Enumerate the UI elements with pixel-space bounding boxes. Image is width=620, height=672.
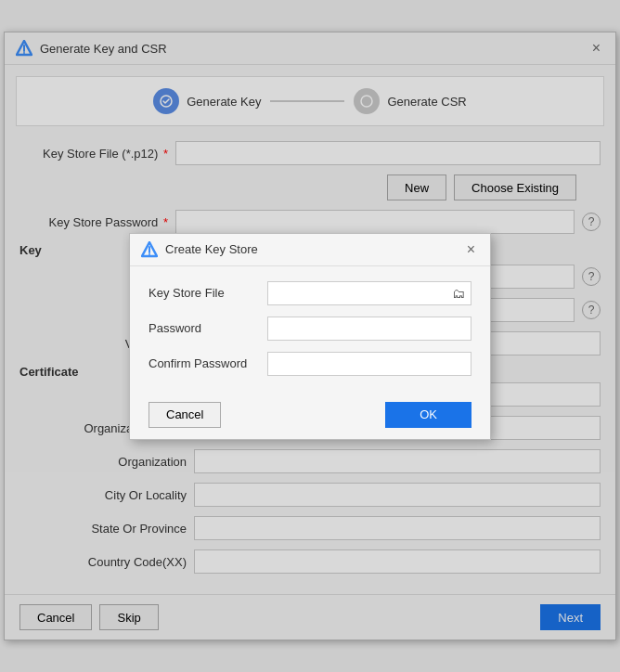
svg-point-7 [149, 253, 150, 255]
dialog-overlay: Create Key Store × Key Store File 🗂 Pass… [0, 0, 620, 672]
dialog-password-input[interactable] [268, 317, 471, 340]
dialog-form: Key Store File 🗂 Password Confirm Passwo… [130, 266, 490, 396]
dialog-title-text: Create Key Store [165, 242, 258, 256]
dialog-confirm-password-wrap [267, 352, 471, 376]
dialog-password-wrap [267, 317, 471, 341]
dialog-confirm-password-row: Confirm Password [149, 352, 471, 376]
dialog-key-store-file-wrap: 🗂 [267, 281, 471, 305]
dialog-title-bar: Create Key Store × [130, 234, 490, 266]
create-key-store-dialog: Create Key Store × Key Store File 🗂 Pass… [129, 233, 491, 440]
dialog-ok-button[interactable]: OK [385, 402, 471, 428]
dialog-key-store-file-label: Key Store File [149, 286, 260, 300]
dialog-close-button[interactable]: × [463, 242, 479, 257]
dialog-button-row: Cancel OK [130, 396, 490, 428]
dialog-title-left: Create Key Store [141, 241, 258, 258]
dialog-confirm-password-label: Confirm Password [149, 356, 260, 370]
dialog-key-store-file-row: Key Store File 🗂 [149, 281, 471, 305]
dialog-key-store-file-input[interactable] [268, 282, 446, 304]
dialog-password-label: Password [149, 321, 260, 335]
dialog-cancel-button[interactable]: Cancel [149, 402, 221, 428]
dialog-logo-icon [141, 241, 158, 258]
dialog-confirm-password-input[interactable] [268, 353, 471, 375]
folder-icon[interactable]: 🗂 [446, 286, 471, 301]
dialog-password-row: Password [149, 317, 471, 341]
